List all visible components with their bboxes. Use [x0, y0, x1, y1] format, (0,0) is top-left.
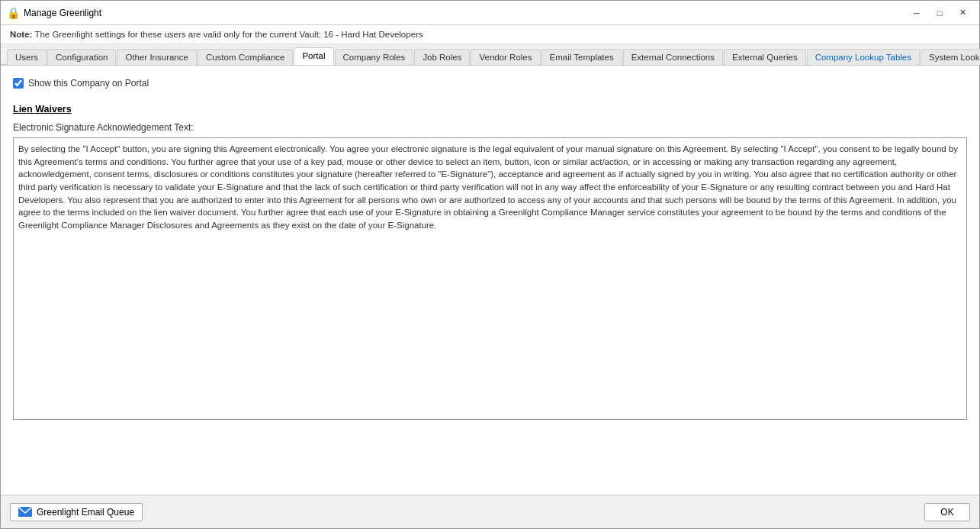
window-controls: ─ □ ✕ — [906, 5, 973, 21]
esignature-text-container: By selecting the "I Accept" button, you … — [13, 137, 967, 422]
tab-users[interactable]: Users — [7, 49, 47, 65]
show-company-label: Show this Company on Portal — [28, 78, 149, 89]
esignature-field-label: Electronic Signature Acknowledgement Tex… — [13, 122, 967, 133]
email-queue-button[interactable]: Greenlight Email Queue — [10, 503, 143, 521]
close-button[interactable]: ✕ — [952, 5, 973, 21]
email-queue-label: Greenlight Email Queue — [37, 507, 134, 518]
tab-other-insurance[interactable]: Other Insurance — [117, 49, 196, 65]
content-area: Show this Company on Portal Lien Waivers… — [1, 66, 979, 495]
tab-company-roles[interactable]: Company Roles — [335, 49, 414, 65]
restore-button[interactable]: □ — [929, 5, 950, 21]
email-icon — [18, 507, 32, 517]
tab-external-queries[interactable]: External Queries — [724, 49, 806, 65]
tab-bar: Users Configuration Other Insurance Cust… — [1, 44, 979, 66]
app-icon: 🔒 — [7, 7, 19, 19]
esignature-text-area[interactable]: By selecting the "I Accept" button, you … — [13, 137, 967, 420]
note-prefix: Note: — [10, 30, 32, 39]
title-bar: 🔒 Manage Greenlight ─ □ ✕ — [1, 1, 979, 25]
note-bar: Note: The Greenlight settings for these … — [1, 25, 979, 44]
tab-job-roles[interactable]: Job Roles — [414, 49, 470, 65]
tab-email-templates[interactable]: Email Templates — [541, 49, 622, 65]
footer: Greenlight Email Queue OK — [1, 495, 979, 528]
tab-company-lookup-tables[interactable]: Company Lookup Tables — [807, 49, 920, 65]
tab-custom-compliance[interactable]: Custom Compliance — [198, 49, 294, 65]
tab-portal[interactable]: Portal — [294, 47, 333, 65]
show-company-row: Show this Company on Portal — [13, 78, 967, 89]
tab-system-lookup-tables[interactable]: System Lookup Tables — [921, 49, 980, 65]
main-window: 🔒 Manage Greenlight ─ □ ✕ Note: The Gree… — [0, 0, 980, 529]
note-text: The Greenlight settings for these users … — [34, 30, 423, 39]
show-company-checkbox[interactable] — [13, 78, 24, 89]
lien-waivers-title: Lien Waivers — [13, 104, 967, 115]
tab-external-connections[interactable]: External Connections — [623, 49, 723, 65]
tab-vendor-roles[interactable]: Vendor Roles — [471, 49, 540, 65]
window-title: Manage Greenlight — [24, 8, 906, 18]
lien-waivers-section: Lien Waivers Electronic Signature Acknow… — [13, 98, 967, 422]
minimize-button[interactable]: ─ — [906, 5, 927, 21]
ok-button[interactable]: OK — [924, 503, 970, 521]
tab-configuration[interactable]: Configuration — [47, 49, 116, 65]
